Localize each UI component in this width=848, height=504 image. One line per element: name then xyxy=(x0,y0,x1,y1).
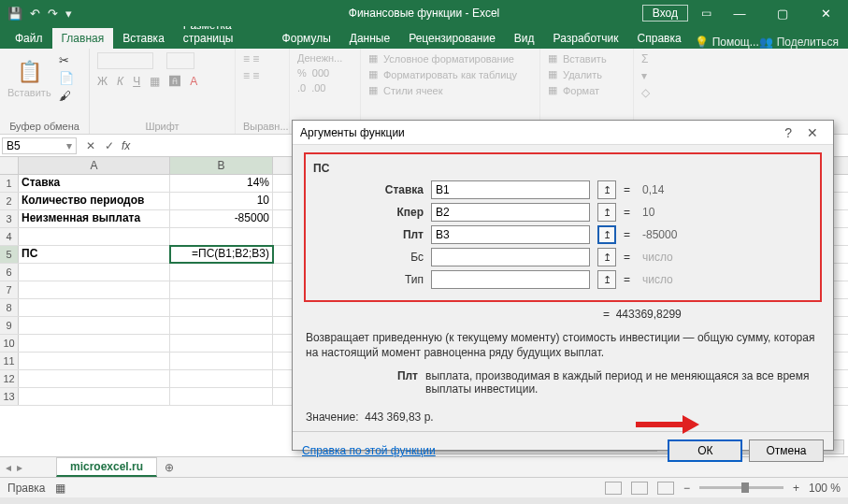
select-all-corner[interactable] xyxy=(0,157,19,174)
cell[interactable]: 14% xyxy=(170,175,273,192)
cell[interactable] xyxy=(170,228,273,245)
arg-input[interactable] xyxy=(431,203,590,222)
zoom-in-icon[interactable]: + xyxy=(793,482,799,495)
cell[interactable] xyxy=(170,388,273,405)
border-icon[interactable]: ▦ xyxy=(150,75,160,88)
tab-review[interactable]: Рецензирование xyxy=(399,28,505,49)
help-link[interactable]: Справка по этой функции xyxy=(302,444,436,457)
row-header[interactable]: 9 xyxy=(0,317,19,334)
range-select-icon[interactable]: ↥ xyxy=(597,180,616,199)
namebox-dropdown-icon[interactable]: ▾ xyxy=(66,139,72,152)
macro-record-icon[interactable]: ▦ xyxy=(55,482,65,495)
ribbon-options-icon[interactable]: ▭ xyxy=(701,7,711,20)
inc-decimal-icon[interactable]: .0 xyxy=(297,82,306,94)
bold-button[interactable]: Ж xyxy=(97,75,108,88)
close-icon[interactable]: ✕ xyxy=(811,7,841,21)
delete-cells-icon[interactable]: ▦ xyxy=(548,68,557,80)
currency-icon[interactable]: % xyxy=(297,67,307,79)
comma-icon[interactable]: 000 xyxy=(312,67,329,79)
number-format[interactable]: Денежн... xyxy=(297,52,352,64)
cell[interactable]: =ПС(B1;B2;B3) xyxy=(170,246,273,263)
row-header[interactable]: 6 xyxy=(0,264,19,281)
paste-icon[interactable]: 📋 xyxy=(15,59,44,85)
cell[interactable]: Неизменная выплата xyxy=(19,210,170,227)
cell[interactable] xyxy=(170,370,273,387)
delete-cells-label[interactable]: Удалить xyxy=(563,69,602,80)
range-select-icon[interactable]: ↥ xyxy=(597,203,616,222)
tab-insert[interactable]: Вставка xyxy=(113,28,174,49)
range-select-icon[interactable]: ↥ xyxy=(597,248,616,266)
tab-developer[interactable]: Разработчик xyxy=(544,28,628,49)
table-format-label[interactable]: Форматировать как таблицу xyxy=(383,69,517,80)
cell[interactable]: Количество периодов xyxy=(19,193,170,209)
cell[interactable] xyxy=(170,317,273,334)
fill-icon[interactable]: ▾ xyxy=(641,69,673,82)
cell[interactable] xyxy=(170,335,273,352)
name-box[interactable]: B5▾ xyxy=(2,137,77,154)
accept-formula-icon[interactable]: ✓ xyxy=(105,139,114,152)
row-header[interactable]: 13 xyxy=(0,388,19,405)
cell[interactable]: ПС xyxy=(19,246,170,263)
table-format-icon[interactable]: ▦ xyxy=(368,68,378,80)
row-header[interactable]: 11 xyxy=(0,353,19,369)
fill-color-icon[interactable]: 🅰 xyxy=(169,75,180,88)
tab-help[interactable]: Справка xyxy=(628,28,691,49)
cancel-formula-icon[interactable]: ✕ xyxy=(86,139,95,152)
range-select-icon[interactable]: ↥ xyxy=(597,270,616,289)
sheet-nav-prev-icon[interactable]: ◂ xyxy=(6,461,11,474)
row-header[interactable]: 2 xyxy=(0,193,19,209)
zoom-level[interactable]: 100 % xyxy=(809,482,841,495)
cond-format-label[interactable]: Условное форматирование xyxy=(383,53,514,65)
redo-icon[interactable]: ↷ xyxy=(48,7,58,21)
cancel-button[interactable]: Отмена xyxy=(749,439,824,462)
col-header-a[interactable]: A xyxy=(19,157,170,174)
tab-data[interactable]: Данные xyxy=(340,28,399,49)
insert-cells-label[interactable]: Вставить xyxy=(563,53,607,65)
cell[interactable] xyxy=(19,388,170,405)
row-header[interactable]: 8 xyxy=(0,299,19,316)
zoom-out-icon[interactable]: − xyxy=(683,482,690,495)
view-normal-icon[interactable] xyxy=(605,482,622,495)
tab-file[interactable]: Файл xyxy=(6,28,52,49)
cell[interactable]: -85000 xyxy=(170,210,273,227)
range-select-icon[interactable]: ↥ xyxy=(597,225,616,244)
minimize-icon[interactable]: — xyxy=(725,7,755,21)
ok-button[interactable]: ОК xyxy=(668,439,742,462)
row-header[interactable]: 1 xyxy=(0,175,19,192)
tell-me[interactable]: 💡Помощ... xyxy=(695,36,759,49)
copy-icon[interactable]: 📄 xyxy=(57,70,76,86)
dialog-help-icon[interactable]: ? xyxy=(777,125,799,140)
underline-button[interactable]: Ч xyxy=(133,75,140,88)
cell-styles-icon[interactable]: ▦ xyxy=(368,84,378,96)
row-header[interactable]: 5 xyxy=(0,246,19,263)
row-header[interactable]: 4 xyxy=(0,228,19,245)
cell[interactable] xyxy=(170,281,273,298)
cell[interactable] xyxy=(19,335,170,352)
view-break-icon[interactable] xyxy=(657,482,674,495)
view-layout-icon[interactable] xyxy=(631,482,648,495)
format-cells-icon[interactable]: ▦ xyxy=(548,84,557,96)
font-size-box[interactable] xyxy=(166,52,194,69)
sheet-tab[interactable]: microexcel.ru xyxy=(56,457,157,477)
tab-formulas[interactable]: Формулы xyxy=(273,28,340,49)
cell[interactable] xyxy=(170,299,273,316)
insert-cells-icon[interactable]: ▦ xyxy=(548,52,557,65)
cell[interactable] xyxy=(19,264,170,281)
row-header[interactable]: 12 xyxy=(0,370,19,387)
cond-format-icon[interactable]: ▦ xyxy=(368,52,378,65)
zoom-slider[interactable] xyxy=(699,486,783,489)
col-header-b[interactable]: B xyxy=(170,157,273,174)
undo-icon[interactable]: ↶ xyxy=(30,7,40,21)
maximize-icon[interactable]: ▢ xyxy=(768,7,798,21)
cell[interactable] xyxy=(170,264,273,281)
cell[interactable] xyxy=(19,281,170,298)
font-color-icon[interactable]: A xyxy=(190,75,197,88)
cell[interactable]: Ставка xyxy=(19,175,170,192)
tab-home[interactable]: Главная xyxy=(52,28,114,49)
add-sheet-icon[interactable]: ⊕ xyxy=(159,459,180,476)
cut-icon[interactable]: ✂ xyxy=(57,52,76,68)
autosum-icon[interactable]: Σ xyxy=(641,52,673,65)
tab-view[interactable]: Вид xyxy=(505,28,544,49)
qat-dropdown-icon[interactable]: ▾ xyxy=(65,7,72,21)
dialog-close-icon[interactable]: ✕ xyxy=(799,125,826,140)
